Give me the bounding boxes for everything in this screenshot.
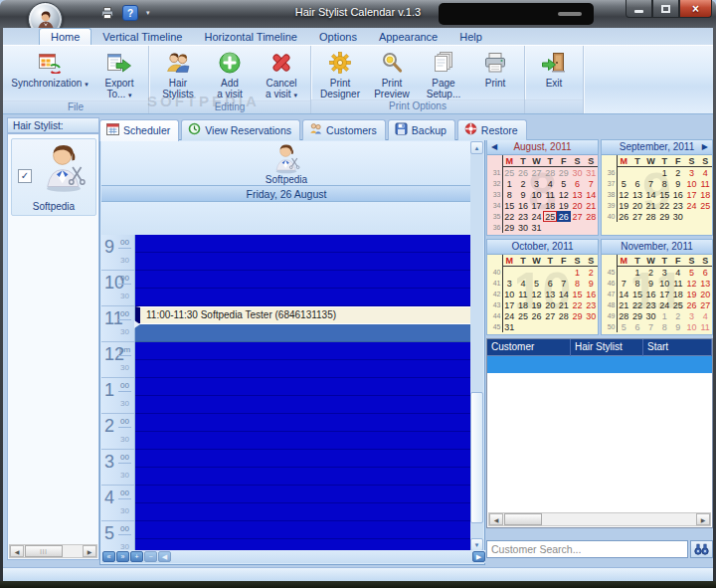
calendar-day[interactable]: 15 (502, 200, 516, 211)
maximize-button[interactable] (652, 0, 679, 18)
stylist-item-softpedia[interactable]: ✓Softpedia (11, 138, 96, 216)
calendar-day[interactable]: 6 (630, 178, 644, 189)
calendar-day[interactable]: 3 (502, 278, 516, 289)
time-slot[interactable] (135, 450, 471, 468)
scroll-left-icon[interactable]: ◀ (10, 545, 24, 557)
calendar-day[interactable]: 4 (671, 267, 685, 279)
calendar-day[interactable]: 18 (516, 299, 530, 310)
calendar-day[interactable]: 27 (530, 167, 544, 179)
calendar-day[interactable]: 19 (685, 289, 699, 299)
calendar-day[interactable]: 18 (698, 189, 712, 200)
time-slot[interactable] (135, 360, 471, 378)
calendar-day[interactable]: 22 (630, 299, 644, 310)
calendar-day[interactable]: 8 (571, 278, 585, 289)
calendar-day[interactable]: 10 (502, 289, 516, 299)
calendar-day[interactable]: 24 (685, 200, 699, 211)
calendar-next-icon[interactable]: ▶ (702, 142, 708, 151)
calendar-day[interactable]: 30 (584, 310, 598, 321)
tab-customers[interactable]: Customers (302, 119, 386, 140)
calendar-day[interactable]: 26 (685, 299, 699, 310)
calendar-day[interactable]: 19 (617, 200, 630, 211)
calendar-day[interactable]: 22 (657, 200, 671, 211)
time-slot[interactable] (135, 289, 471, 306)
calendar-day[interactable]: 9 (671, 178, 685, 189)
calendar-day[interactable]: 19 (530, 299, 544, 310)
nav-last-button[interactable]: » (116, 551, 129, 562)
calendar-day[interactable]: 4 (516, 278, 530, 289)
calendar-day[interactable]: 26 (617, 211, 630, 222)
ribbon-tab-appearance[interactable]: Appearance (368, 29, 448, 45)
time-slot[interactable] (135, 521, 471, 539)
ribbon-button-exit[interactable]: Exit (528, 47, 580, 89)
scroll-thumb[interactable] (470, 392, 483, 522)
calendar-day[interactable]: 12 (530, 289, 544, 299)
scroll-right-icon[interactable]: ▶ (696, 513, 710, 525)
calendar-title[interactable]: September, 2011 (620, 141, 694, 152)
calendar-day[interactable]: 8 (657, 321, 671, 332)
calendar-day[interactable]: 20 (630, 200, 644, 211)
calendar-day[interactable]: 7 (617, 278, 630, 289)
time-slot[interactable] (135, 342, 471, 360)
help-icon[interactable]: ? (122, 5, 138, 21)
scroll-thumb[interactable]: ||| (25, 545, 63, 557)
calendar-day[interactable]: 5 (617, 321, 630, 332)
calendar-day[interactable]: 24 (530, 211, 544, 222)
calendar-day[interactable]: 14 (644, 189, 658, 200)
calendar-day[interactable]: 8 (502, 189, 516, 200)
ribbon-tab-home[interactable]: Home (39, 28, 91, 45)
calendar-day[interactable]: 1 (657, 310, 671, 321)
column-header-customer[interactable]: Customer (487, 339, 571, 356)
calendar-day[interactable]: 10 (657, 278, 671, 289)
calendar-day[interactable]: 4 (698, 310, 712, 321)
calendar-day[interactable]: 31 (584, 167, 598, 179)
minimize-button[interactable] (626, 0, 652, 18)
calendar-day[interactable]: 21 (584, 200, 598, 211)
calendar-title[interactable]: November, 2011 (621, 241, 693, 252)
calendar-day[interactable]: 30 (571, 167, 585, 179)
calendar-day[interactable]: 16 (644, 289, 658, 299)
calendar-day[interactable]: 2 (584, 267, 598, 279)
scroll-up-icon[interactable]: ▲ (470, 141, 483, 154)
calendar-day[interactable]: 11 (543, 189, 557, 200)
calendar-day[interactable]: 9 (644, 278, 658, 289)
ribbon-button-export-to[interactable]: ExportTo... ▾ (93, 47, 145, 100)
time-slot[interactable] (135, 235, 471, 253)
calendar-day[interactable]: 20 (571, 200, 585, 211)
time-slot[interactable] (135, 432, 471, 450)
calendar-day[interactable]: 28 (644, 211, 658, 222)
scheduler-vertical-scrollbar[interactable]: ▲ ▼ (470, 141, 483, 551)
nav-zoom-out-button[interactable]: − (144, 551, 157, 562)
tab-restore[interactable]: Restore (457, 119, 527, 140)
calendar-day[interactable]: 4 (543, 178, 557, 189)
calendar-title[interactable]: October, 2011 (511, 241, 573, 252)
time-slot[interactable] (135, 271, 471, 289)
calendar-day[interactable]: 21 (617, 299, 630, 310)
calendar-day[interactable]: 24 (657, 299, 671, 310)
calendar-day[interactable]: 17 (657, 289, 671, 299)
calendar-day[interactable]: 25 (502, 167, 516, 179)
calendar-day[interactable]: 5 (617, 178, 630, 189)
calendar-day[interactable]: 23 (516, 211, 530, 222)
stylist-checkbox[interactable]: ✓ (18, 169, 32, 183)
search-button[interactable] (690, 540, 713, 558)
calendar-day[interactable]: 8 (657, 178, 671, 189)
calendar-day[interactable]: 6 (543, 278, 557, 289)
calendar-day[interactable]: 7 (644, 178, 658, 189)
ribbon-tab-options[interactable]: Options (308, 29, 368, 45)
calendar-day[interactable]: 28 (584, 211, 598, 222)
calendar-day[interactable]: 6 (571, 178, 585, 189)
ribbon-tab-horizontal-timeline[interactable]: Horizontal Timeline (193, 29, 308, 45)
calendar-day[interactable]: 13 (543, 289, 557, 299)
calendar-day[interactable]: 28 (557, 310, 571, 321)
calendar-day[interactable]: 6 (630, 321, 644, 332)
nav-first-button[interactable]: « (102, 551, 115, 562)
column-header-start[interactable]: Start (643, 339, 712, 356)
calendar-day[interactable]: 31 (530, 222, 544, 233)
calendar-day[interactable]: 9 (516, 189, 530, 200)
calendar-day[interactable]: 22 (571, 299, 585, 310)
calendar-day[interactable]: 5 (685, 267, 699, 279)
calendar-day[interactable]: 26 (516, 167, 530, 179)
calendar-prev-icon[interactable]: ◀ (491, 142, 497, 151)
ribbon-tab-help[interactable]: Help (448, 29, 493, 45)
calendar-day[interactable]: 29 (571, 310, 585, 321)
